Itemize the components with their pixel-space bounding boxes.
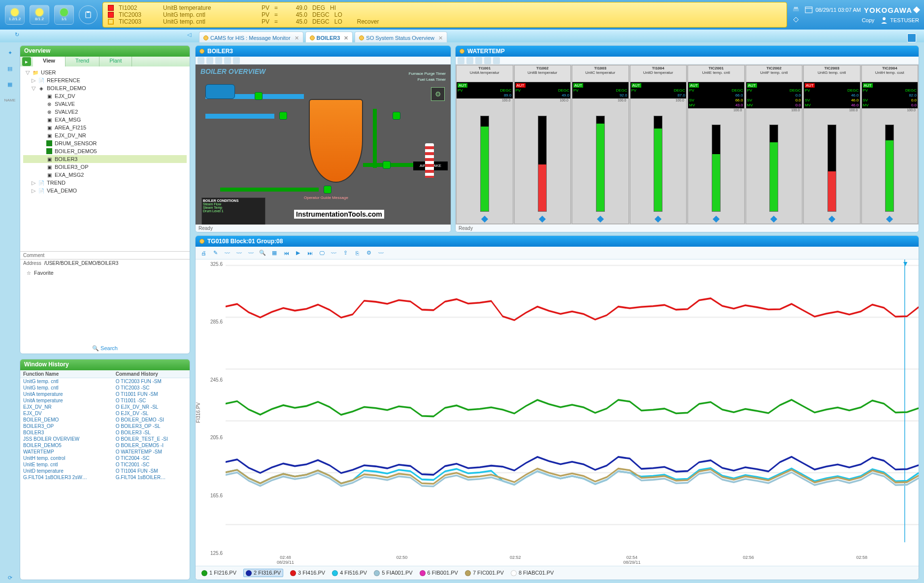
valve-icon[interactable] <box>393 112 400 120</box>
monitor-icon[interactable]: 🖵 <box>317 249 327 258</box>
valve-icon[interactable] <box>383 161 391 169</box>
history-row[interactable]: UnitD temperatureO TI1004 FUN -SM <box>20 468 190 474</box>
history-row[interactable]: EJX_DVO EJX_DV -SL <box>20 410 190 417</box>
diamond-icon[interactable] <box>713 216 720 223</box>
history-row[interactable]: BOILER_DEMOO BOILER_DEMO -SI <box>20 417 190 423</box>
indicator-1[interactable]: 1.2/1.2 <box>5 5 25 25</box>
alarm-row[interactable]: TIC2003UnitG temp. cntlPV=45.0DEGCLO <box>108 11 782 18</box>
legend-item[interactable]: 3 FI416.PV <box>290 570 325 576</box>
search-button[interactable]: 🔍 Search <box>20 343 190 354</box>
history-row[interactable]: UnitE temp. cntlO TIC2001 -SC <box>20 461 190 468</box>
favorite-area[interactable]: ☆Favorite <box>20 267 190 343</box>
close-icon[interactable]: ✕ <box>344 35 348 41</box>
legend-item[interactable]: 6 FIB001.PV <box>420 570 458 576</box>
close-icon[interactable]: ✕ <box>295 35 299 41</box>
history-row[interactable]: G.FILT04 1sBOILER3 2sW…G.FILT04 1sBOILER… <box>20 474 190 481</box>
valve-icon[interactable] <box>279 112 287 120</box>
history-row[interactable]: UnitG temp. cntlO TIC2003 -SC <box>20 385 190 391</box>
history-row[interactable]: EJX_DV_NRO EJX_DV_NR -SL <box>20 404 190 410</box>
trend-chart[interactable]: ▼ 02:4808/29/1102:5002:5202:5408/29/1102… <box>226 259 919 566</box>
alarm-summary[interactable]: TI1002UnitB temperaturePV=49.0DEGHITIC20… <box>102 2 787 28</box>
trend-legend[interactable]: 1 FI216.PV2 FI316.PV3 FI416.PV4 FI516.PV… <box>196 566 919 580</box>
legend-item[interactable]: 7 FIC001.PV <box>465 570 504 576</box>
valve-icon[interactable] <box>324 186 331 194</box>
diamond-icon[interactable] <box>539 216 546 223</box>
play-icon[interactable]: ▸ <box>22 57 31 66</box>
diamond-icon[interactable] <box>828 216 835 223</box>
tree-item[interactable]: ▣EXA_MSG2 <box>23 171 187 179</box>
tree-item[interactable]: DRUM_SENSOR <box>23 139 187 147</box>
indicator-3[interactable]: 1/1 <box>54 5 74 25</box>
history-row[interactable]: BOILER_DEMO5O BOILER_DEMO5 -I <box>20 442 190 449</box>
tree-item[interactable]: ⊗SVALVE2 <box>23 108 187 116</box>
history-row[interactable]: UnitH temp. controlO TIC2004 -SC <box>20 455 190 461</box>
play-icon[interactable]: ▶ <box>293 249 303 258</box>
export-icon[interactable]: ⇪ <box>340 249 350 258</box>
rail-list-icon[interactable]: ▤ <box>4 63 15 74</box>
subtab-plant[interactable]: Plant <box>99 57 132 66</box>
link-icon[interactable] <box>792 16 800 24</box>
watertemp-column[interactable]: TI1002UnitB temperatur AUTPVDEGC49.0 100… <box>514 65 571 224</box>
print-icon[interactable] <box>792 6 800 14</box>
diamond-icon[interactable] <box>597 216 604 223</box>
tree-item[interactable]: ▣EXA_MSG <box>23 116 187 124</box>
watertemp-column[interactable]: TI1001UnitA temperatur AUTPVDEGC89.0 100… <box>456 65 513 224</box>
history-row[interactable]: UnitA temperatureO TI1001 FUN -SM <box>20 391 190 397</box>
tree-item[interactable]: ▣AREA_FI215 <box>23 124 187 131</box>
tree-item[interactable]: ▣BOILER3_OP <box>23 163 187 171</box>
history-row[interactable]: UnitA temperatureO TI1001 -SC <box>20 397 190 404</box>
trend-chart-area[interactable]: FI316.PV 325.6285.6245.6205.6165.6125.6 … <box>196 259 919 566</box>
indicator-2[interactable]: 8/1.2 <box>30 5 49 25</box>
close-icon[interactable]: ✕ <box>438 35 443 41</box>
rail-grid-icon[interactable]: ▦ <box>4 79 15 90</box>
legend-item[interactable]: 1 FI216.PV <box>201 570 236 576</box>
refresh-icon[interactable]: ↻ <box>15 32 19 38</box>
zoom-icon[interactable]: 🔍 <box>258 249 267 258</box>
tree-item[interactable]: ▷📄REFERENCE <box>23 76 187 84</box>
legend-item[interactable]: 5 FIA001.PV <box>374 570 412 576</box>
tree-item[interactable]: ▽◈BOILER_DEMO <box>23 84 187 92</box>
subtab-trend[interactable]: Trend <box>66 57 99 66</box>
wave-icon[interactable]: 〰 <box>376 249 386 258</box>
tree-item[interactable]: ▽📁USER <box>23 68 187 76</box>
graphic-toolbar[interactable] <box>196 57 451 65</box>
rail-nav-icon[interactable]: ✦ <box>4 47 15 58</box>
history-row[interactable]: JSS BOILER OVERVIEWO BOILER_TEST_E -SI <box>20 436 190 442</box>
tab-so-system-status-overview[interactable]: SO System Status Overview✕ <box>355 32 447 42</box>
watertemp-column[interactable]: TIC2003UnitG temp. cntl AUTPVDEGC46.0SV4… <box>803 65 860 224</box>
diamond-icon[interactable] <box>655 216 661 223</box>
alarm-row[interactable]: TIC2003UnitG temp. cntlPV=45.0DEGCLOReco… <box>108 18 782 25</box>
settings-icon[interactable]: ⚙ <box>364 249 374 258</box>
collapse-left-icon[interactable]: ◁ <box>187 32 191 38</box>
print-icon[interactable]: 🖨 <box>198 249 208 258</box>
user-badge[interactable]: TESTUSER <box>880 16 919 24</box>
rail-sync-icon[interactable]: ⟳ <box>4 572 15 583</box>
tree-item[interactable]: ▣BOILER3 <box>23 155 187 163</box>
subtab-view[interactable]: View <box>33 57 66 66</box>
watertemp-column[interactable]: TIC2001UnitE temp. cntl AUTPVDEGC66.0SV6… <box>688 65 745 224</box>
wave-icon[interactable]: 〰 <box>246 249 256 258</box>
clipboard-button[interactable] <box>79 5 98 24</box>
nav-tree[interactable]: ▽📁USER▷📄REFERENCE▽◈BOILER_DEMO▣EJX_DV⊗SV… <box>20 66 190 251</box>
trend-toolbar[interactable]: 🖨 ✎ 〰 〰 〰 🔍 ▦ ⏮ ▶ ⏭ 🖵 〰 ⇪ ⎘ ⚙ 〰 <box>196 247 919 259</box>
trend-marker-icon[interactable]: ▼ <box>902 259 909 267</box>
tree-item[interactable]: ⊗SVALVE <box>23 100 187 108</box>
tree-item[interactable]: ▷📄TREND <box>23 179 187 187</box>
watertemp-column[interactable]: TIC2004UnitH temp. cost AUTPVDEGC82.0SV0… <box>861 65 919 224</box>
wave-icon[interactable]: 〰 <box>234 249 244 258</box>
copy-button[interactable]: Copy <box>862 17 875 23</box>
diamond-icon[interactable] <box>481 216 488 223</box>
history-row[interactable]: BOILER3_OPO BOILER3_OP -SL <box>20 423 190 429</box>
watertemp-column[interactable]: TIC2002UnitF temp. cntl AUTPVDEGC0.0SV0.… <box>746 65 803 224</box>
history-row[interactable]: BOILER3O BOILER3 -SL <box>20 429 190 436</box>
diamond-icon[interactable] <box>770 216 777 223</box>
history-row[interactable]: WATERTEMPO WATERTEMP -SM <box>20 449 190 455</box>
legend-item[interactable]: 8 FIABC01.PV <box>511 570 554 576</box>
valve-icon[interactable] <box>255 92 263 100</box>
wave-icon[interactable]: 〰 <box>222 249 232 258</box>
tree-item[interactable]: BOILER_DEMO5 <box>23 147 187 155</box>
forward-icon[interactable]: ⏭ <box>305 249 315 258</box>
watertemp-column[interactable]: TI1004UnitD temperatur AUTPVDEGC87.0 100… <box>630 65 687 224</box>
legend-item[interactable]: 2 FI316.PV <box>243 569 283 577</box>
alarm-row[interactable]: TI1002UnitB temperaturePV=49.0DEGHI <box>108 4 782 11</box>
